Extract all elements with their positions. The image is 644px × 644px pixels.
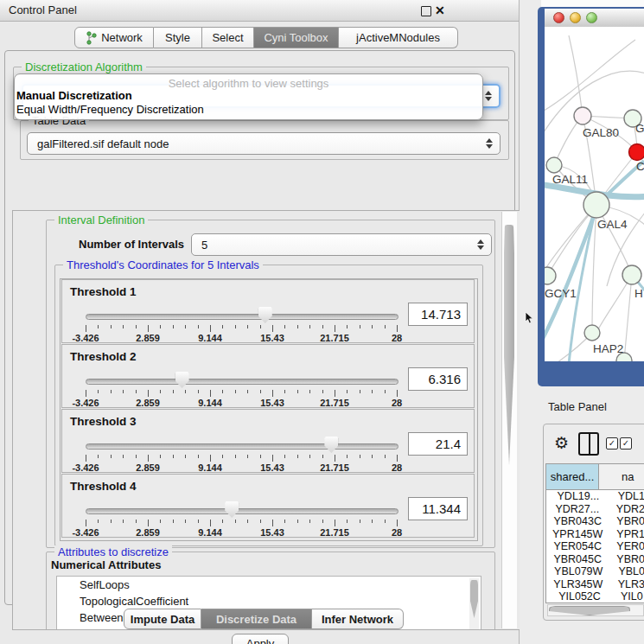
cell-shared-name[interactable]: YBR045C — [546, 553, 609, 565]
tab-infer-network[interactable]: Infer Network — [312, 609, 404, 629]
slider-thumb[interactable] — [175, 372, 189, 388]
zoom-traffic-light-icon[interactable] — [586, 12, 597, 23]
tab-network[interactable]: Network — [74, 27, 154, 48]
threshold-value-field[interactable]: 14.713 — [408, 303, 468, 326]
node-gcy1[interactable] — [545, 267, 556, 284]
list-scrollbar[interactable] — [469, 578, 479, 630]
close-icon[interactable]: ✕ — [435, 3, 445, 18]
tick-mark — [297, 455, 298, 458]
threshold-label: Threshold 1 — [70, 285, 137, 298]
cell-shared-name[interactable]: YPR145W — [546, 528, 609, 540]
table-row[interactable]: YLR345WYLR3 — [546, 578, 644, 591]
tick-mark — [111, 390, 112, 393]
table-row[interactable]: YDL19...YDL1 — [546, 490, 644, 503]
threshold-slider[interactable]: -3.4262.8599.14415.4321.71528 — [86, 371, 397, 405]
cell-name[interactable]: YIL0 — [613, 590, 643, 603]
table-row[interactable]: YER054CYER0 — [546, 540, 644, 553]
threshold-value-field[interactable]: 21.4 — [408, 432, 468, 456]
settings-vertical-scrollbar[interactable] — [501, 212, 517, 628]
cell-name[interactable]: YER0 — [609, 540, 644, 552]
table-horizontal-scrollbar[interactable] — [547, 604, 644, 616]
float-window-icon[interactable] — [421, 6, 431, 16]
node-gal4[interactable] — [583, 192, 609, 218]
slider-track[interactable] — [86, 314, 399, 320]
table-row[interactable]: YIL052CYIL0 — [546, 590, 644, 603]
threshold-slider[interactable]: -3.4262.8599.14415.4321.71528 — [86, 306, 397, 341]
apply-button[interactable]: Apply — [232, 634, 289, 644]
columns-icon[interactable] — [578, 432, 599, 456]
node-selected-red[interactable] — [629, 144, 644, 161]
tab-impute-data[interactable]: Impute Data — [124, 609, 201, 629]
tick-mark — [397, 455, 398, 462]
tick-mark — [372, 455, 373, 458]
threshold-slider[interactable]: -3.4262.8599.14415.4321.71528 — [86, 501, 397, 535]
close-traffic-light-icon[interactable] — [553, 12, 564, 23]
slider-thumb[interactable] — [225, 501, 239, 518]
table-row[interactable]: YBR043CYBR0 — [546, 515, 644, 528]
node-gal11[interactable] — [546, 157, 562, 173]
network-canvas[interactable]: GAL80 GAL11 GAL4 GCY1 HAP2 GA C H — [545, 27, 644, 361]
slider-track[interactable] — [86, 379, 399, 385]
table-row[interactable]: YPR145WYPR1 — [546, 528, 644, 541]
cell-name[interactable]: YPR1 — [609, 528, 644, 540]
slider-thumb[interactable] — [258, 307, 272, 323]
table-data-value: galFiltered.sif default node — [37, 137, 169, 150]
tab-style[interactable]: Style — [154, 27, 202, 48]
tick-mark — [347, 520, 348, 523]
slider-thumb[interactable] — [324, 437, 338, 453]
cell-name[interactable]: YBR0 — [609, 515, 644, 527]
node-gal80[interactable] — [574, 107, 591, 124]
table-row[interactable]: YBR045CYBR0 — [546, 553, 644, 566]
threshold-value-field[interactable]: 6.316 — [408, 367, 468, 391]
column-header-shared[interactable]: shared... — [546, 464, 599, 489]
table-data-combo[interactable]: galFiltered.sif default node — [27, 132, 501, 155]
cell-name[interactable]: YBR0 — [609, 553, 644, 565]
tick-mark — [297, 520, 298, 523]
cell-name[interactable]: YDR2 — [609, 503, 644, 515]
minimize-traffic-light-icon[interactable] — [570, 12, 581, 23]
column-header-name[interactable]: na — [599, 464, 644, 489]
tab-discretize-data[interactable]: Discretize Data — [201, 609, 312, 629]
tick-mark — [198, 390, 199, 393]
scrollbar-thumb[interactable] — [504, 225, 514, 465]
scrollbar-thumb[interactable] — [549, 606, 630, 615]
attribute-list-item[interactable]: SelfLoops — [57, 577, 481, 593]
popup-option-equal-width[interactable]: Equal Width/Frequency Discretization — [16, 103, 204, 116]
table-row[interactable]: YDR27...YDR2 — [546, 503, 644, 516]
slider-track[interactable] — [86, 443, 399, 450]
cell-shared-name[interactable]: YBR043C — [546, 515, 609, 527]
checkbox-icon[interactable]: ✓ — [606, 437, 618, 450]
cell-shared-name[interactable]: YIL052C — [546, 590, 613, 603]
tick-mark — [347, 390, 348, 393]
table-row[interactable]: YBL079WYBL0 — [546, 565, 644, 578]
tab-select[interactable]: Select — [202, 27, 254, 48]
attribute-list-item[interactable]: TopologicalCoefficient — [57, 593, 481, 609]
gear-icon[interactable]: ⚙ — [554, 433, 569, 452]
cell-shared-name[interactable]: YBL079W — [546, 565, 610, 577]
node-table[interactable]: shared... na YDL19...YDL1YDR27...YDR2YBR… — [545, 463, 644, 603]
tick-label: 2.859 — [136, 398, 160, 408]
cell-name[interactable]: YDL1 — [610, 490, 644, 502]
node-hap2[interactable] — [584, 325, 600, 341]
tab-jactivemnodules[interactable]: jActiveMNodules — [339, 27, 458, 48]
scrollbar-thumb[interactable] — [470, 580, 478, 618]
checkbox-icon[interactable]: ✓ — [620, 437, 632, 450]
cell-shared-name[interactable]: YLR345W — [546, 578, 610, 590]
cell-name[interactable]: YLR3 — [610, 578, 644, 590]
control-panel-titlebar: Control Panel ✕ — [0, 0, 519, 22]
threshold-value-field[interactable]: 11.344 — [408, 497, 468, 520]
tick-mark — [111, 325, 112, 328]
tick-mark — [309, 520, 310, 523]
cell-name[interactable]: YBL0 — [610, 565, 644, 577]
popup-option-manual[interactable]: Manual Discretization — [16, 89, 132, 102]
node[interactable] — [622, 265, 641, 284]
num-intervals-combo[interactable]: 5 — [191, 233, 492, 256]
slider-track[interactable] — [86, 508, 399, 514]
tick-mark — [173, 520, 174, 523]
cell-shared-name[interactable]: YDL19... — [546, 490, 610, 502]
cell-shared-name[interactable]: YER054C — [546, 540, 609, 552]
tab-cyni-toolbox[interactable]: Cyni Toolbox — [254, 27, 339, 48]
threshold-slider[interactable]: -3.4262.8599.14415.4321.71528 — [86, 436, 397, 470]
tick-mark — [247, 455, 248, 458]
cell-shared-name[interactable]: YDR27... — [546, 503, 609, 515]
